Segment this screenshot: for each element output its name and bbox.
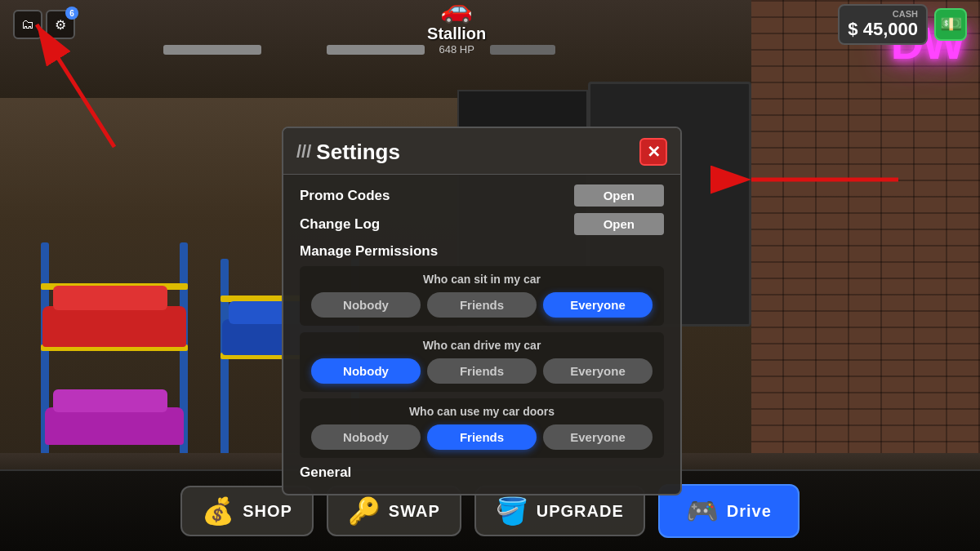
car-hp: 648 HP [427, 43, 486, 56]
change-log-row: Change Log Open [300, 213, 664, 235]
settings-modal: /// Settings ✕ Promo Codes Open Change L… [282, 127, 682, 495]
promo-codes-button[interactable]: Open [574, 184, 664, 207]
modal-body: Promo Codes Open Change Log Open Manage … [283, 175, 680, 494]
promo-codes-row: Promo Codes Open [300, 184, 664, 207]
drive-label: Drive [727, 502, 772, 521]
sit-friends-button[interactable]: Friends [427, 292, 537, 318]
swap-label: SWAP [389, 502, 440, 521]
drive-icon: 🎮 [686, 495, 719, 527]
shop-icon: 💰 [202, 495, 234, 527]
doors-permission-group: Who can use my car doors Nobody Friends … [300, 398, 664, 458]
cash-icon: 💵 [934, 8, 967, 41]
doors-nobody-button[interactable]: Nobody [311, 424, 421, 450]
drive-everyone-button[interactable]: Everyone [543, 358, 653, 384]
change-log-label: Change Log [300, 216, 380, 233]
drive-permission-buttons: Nobody Friends Everyone [311, 358, 653, 384]
sit-permission-title: Who can sit in my car [311, 273, 653, 286]
doors-everyone-button[interactable]: Everyone [543, 424, 653, 450]
promo-codes-label: Promo Codes [300, 188, 390, 204]
cash-area: CASH $ 45,000 💵 [838, 4, 967, 45]
gear-icon: ⚙ [55, 17, 66, 33]
upgrade-label: UPGRADE [537, 502, 624, 521]
sit-permission-group: Who can sit in my car Nobody Friends Eve… [300, 266, 664, 326]
cash-amount: $ 45,000 [848, 19, 918, 40]
change-log-button[interactable]: Open [574, 213, 664, 235]
brick-wall [751, 0, 980, 473]
doors-permission-title: Who can use my car doors [311, 405, 653, 418]
sit-nobody-button[interactable]: Nobody [311, 292, 421, 318]
cash-label: CASH [848, 9, 918, 19]
modal-header: /// Settings ✕ [283, 128, 680, 175]
title-stripe: /// [296, 141, 311, 162]
car-name: Stallion [427, 24, 486, 43]
doors-friends-button[interactable]: Friends [427, 424, 537, 450]
manage-permissions-title: Manage Permissions [300, 243, 664, 260]
car-info: 🚗 Stallion 648 HP [427, 0, 486, 56]
settings-button[interactable]: ⚙ 6 [46, 10, 75, 39]
menu-icon: 🗂 [21, 17, 34, 32]
title-text: Settings [316, 140, 400, 165]
drive-nobody-button[interactable]: Nobody [311, 358, 421, 384]
cash-box: CASH $ 45,000 [838, 4, 928, 45]
drive-permission-title: Who can drive my car [311, 339, 653, 352]
swap-icon: 🔑 [348, 495, 381, 527]
modal-title: /// Settings [296, 140, 400, 165]
upgrade-icon: 🪣 [496, 495, 528, 527]
top-left-icons: 🗂 ⚙ 6 [13, 10, 75, 39]
doors-permission-buttons: Nobody Friends Everyone [311, 424, 653, 450]
notification-badge: 6 [65, 7, 78, 20]
menu-button[interactable]: 🗂 [13, 10, 42, 39]
drive-permission-group: Who can drive my car Nobody Friends Ever… [300, 332, 664, 392]
close-button[interactable]: ✕ [639, 138, 667, 166]
top-bar: 🗂 ⚙ 6 🚗 Stallion 648 HP CASH $ 45,000 💵 [0, 0, 980, 49]
sit-everyone-button[interactable]: Everyone [543, 292, 653, 318]
close-icon: ✕ [647, 142, 661, 162]
drive-friends-button[interactable]: Friends [427, 358, 537, 384]
general-label: General [300, 464, 664, 481]
shop-label: SHOP [243, 502, 292, 521]
sit-permission-buttons: Nobody Friends Everyone [311, 292, 653, 318]
car-image: 🚗 [427, 0, 486, 24]
